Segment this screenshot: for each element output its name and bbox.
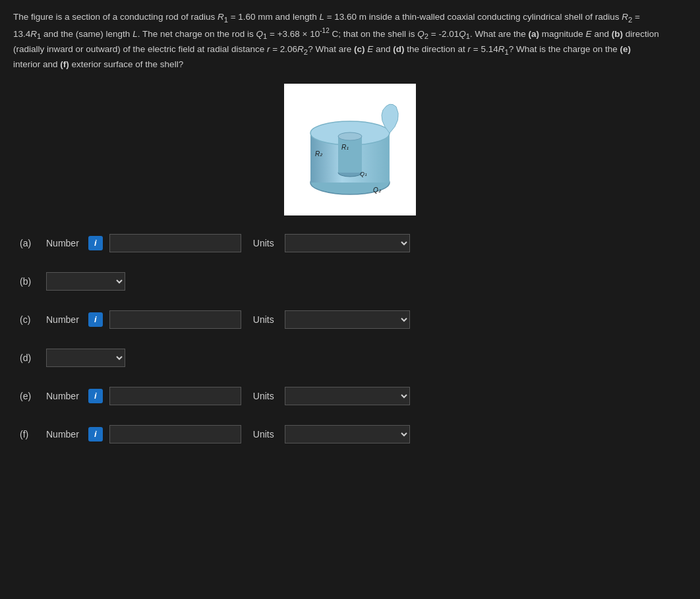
svg-text:R₁: R₁ <box>341 144 349 151</box>
svg-text:R₂: R₂ <box>315 150 323 157</box>
number-input-c[interactable] <box>109 310 241 329</box>
units-select-a[interactable] <box>285 234 410 252</box>
info-button-a[interactable]: i <box>88 236 103 250</box>
label-d: (d) <box>20 353 40 363</box>
coaxial-cylinder-image: R₁ R₂ Q₁ Q₂ <box>284 84 416 215</box>
info-button-e[interactable]: i <box>88 389 103 403</box>
number-label-e: Number <box>46 391 79 401</box>
label-f: (f) <box>20 429 40 440</box>
number-input-a[interactable] <box>109 234 241 252</box>
svg-point-7 <box>338 132 362 140</box>
main-container: The figure is a section of a conducting … <box>0 0 700 474</box>
label-a: (a) <box>20 238 40 248</box>
units-label-e: Units <box>253 391 274 401</box>
row-a: (a) Number i Units <box>20 234 687 252</box>
number-input-e[interactable] <box>109 387 241 405</box>
units-select-c[interactable] <box>285 310 410 329</box>
label-c: (c) <box>20 314 40 325</box>
image-container: R₁ R₂ Q₁ Q₂ <box>13 84 687 215</box>
label-e: (e) <box>20 391 40 401</box>
label-b: (b) <box>20 276 40 287</box>
svg-text:Q₁: Q₁ <box>360 171 367 177</box>
direction-select-d[interactable]: Inward Outward <box>46 349 125 367</box>
svg-rect-6 <box>338 136 362 173</box>
info-button-c[interactable]: i <box>88 312 103 327</box>
number-label-f: Number <box>46 429 79 440</box>
units-select-e[interactable] <box>285 387 410 405</box>
row-c: (c) Number i Units <box>20 310 687 329</box>
form-rows: (a) Number i Units (b) Inward Outward (c… <box>13 234 687 443</box>
number-label-c: Number <box>46 314 79 325</box>
number-label-a: Number <box>46 238 79 248</box>
row-d: (d) Inward Outward <box>20 349 687 367</box>
units-select-f[interactable] <box>285 425 410 443</box>
row-f: (f) Number i Units <box>20 425 687 443</box>
row-b: (b) Inward Outward <box>20 272 687 291</box>
info-button-f[interactable]: i <box>88 427 103 442</box>
problem-text: The figure is a section of a conducting … <box>13 11 659 72</box>
number-input-f[interactable] <box>109 425 241 443</box>
row-e: (e) Number i Units <box>20 387 687 405</box>
units-label-f: Units <box>253 429 274 440</box>
units-label-a: Units <box>253 238 274 248</box>
svg-text:Q₂: Q₂ <box>373 186 382 194</box>
units-label-c: Units <box>253 314 274 325</box>
direction-select-b[interactable]: Inward Outward <box>46 272 125 291</box>
